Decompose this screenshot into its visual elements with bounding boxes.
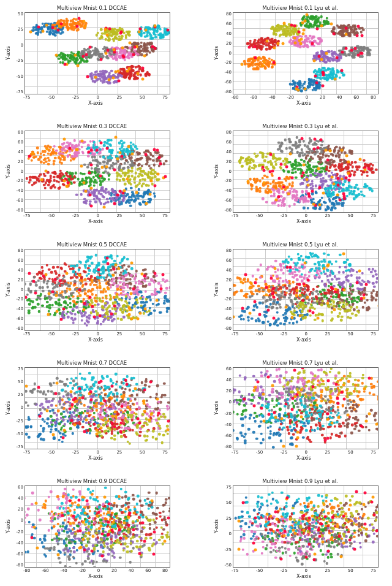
panel-title: Multiview Mnist 0.3 Lyu et al. bbox=[213, 123, 387, 129]
scatter-panel: Multiview Mnist 0.5 DCCAEY-axis806040200… bbox=[5, 242, 179, 343]
y-axis-ticks: 6040200-20-40-60-80 bbox=[11, 485, 24, 568]
scatter-panel: Multiview Mnist 0.7 Lyu et al.Y-axis6040… bbox=[213, 360, 387, 461]
panel-title: Multiview Mnist 0.9 Lyu et al. bbox=[213, 478, 387, 484]
y-axis-ticks: 50250-25-50-75 bbox=[11, 12, 24, 94]
y-axis-ticks: 806040200-20-40-60-80 bbox=[219, 12, 233, 94]
x-axis-ticks: -80-60-40-20020406080 bbox=[232, 95, 376, 100]
x-axis-ticks: -75-50-250255075 bbox=[232, 332, 376, 337]
y-axis-ticks: 7550250-25-50 bbox=[219, 485, 233, 568]
scatter-panel: Multiview Mnist 0.1 Lyu et al.Y-axis8060… bbox=[213, 5, 387, 106]
x-axis-ticks: -75-50-250255075 bbox=[23, 95, 168, 100]
scatter-panel: Multiview Mnist 0.3 DCCAEY-axis806040200… bbox=[5, 123, 179, 224]
plot-area bbox=[233, 249, 379, 331]
y-axis-label: Y-axis bbox=[213, 12, 219, 94]
x-axis-label: X-axis bbox=[232, 101, 376, 106]
x-axis-label: X-axis bbox=[232, 574, 376, 579]
plot-area bbox=[24, 485, 170, 568]
panel-title: Multiview Mnist 0.5 DCCAE bbox=[5, 242, 179, 248]
y-axis-ticks: 6040200-20-40-60-80 bbox=[219, 367, 233, 449]
y-axis-label: Y-axis bbox=[5, 249, 11, 331]
plot-area bbox=[24, 12, 170, 94]
x-axis-ticks: -75-50-250255075 bbox=[23, 332, 168, 337]
plot-area bbox=[24, 131, 170, 213]
panel-title: Multiview Mnist 0.1 DCCAE bbox=[5, 5, 179, 11]
chart-grid: Multiview Mnist 0.1 DCCAEY-axis50250-25-… bbox=[5, 5, 387, 579]
plot-area bbox=[24, 249, 170, 331]
y-axis-label: Y-axis bbox=[213, 367, 219, 449]
y-axis-ticks: 806040200-20-40-60-80 bbox=[11, 131, 24, 213]
y-axis-ticks: 806040200-20-40-60-80 bbox=[219, 249, 233, 331]
x-axis-ticks: -75-50-250255075 bbox=[232, 450, 376, 455]
panel-title: Multiview Mnist 0.7 Lyu et al. bbox=[213, 360, 387, 366]
scatter-panel: Multiview Mnist 0.1 DCCAEY-axis50250-25-… bbox=[5, 5, 179, 106]
plot-area bbox=[233, 12, 379, 94]
panel-title: Multiview Mnist 0.9 DCCAE bbox=[5, 478, 179, 484]
plot-area bbox=[233, 485, 379, 568]
y-axis-label: Y-axis bbox=[5, 12, 11, 94]
x-axis-label: X-axis bbox=[23, 101, 168, 106]
x-axis-ticks: -75-50-250255075 bbox=[232, 213, 376, 218]
x-axis-ticks: -75-50-250255075 bbox=[23, 213, 168, 218]
panel-title: Multiview Mnist 0.3 DCCAE bbox=[5, 123, 179, 129]
y-axis-label: Y-axis bbox=[213, 485, 219, 568]
y-axis-label: Y-axis bbox=[5, 485, 11, 568]
y-axis-ticks: 7550250-25-50-75 bbox=[11, 367, 24, 449]
plot-area bbox=[24, 367, 170, 449]
y-axis-label: Y-axis bbox=[213, 131, 219, 213]
scatter-panel: Multiview Mnist 0.7 DCCAEY-axis7550250-2… bbox=[5, 360, 179, 461]
y-axis-ticks: 806040200-20-40-60-80 bbox=[11, 249, 24, 331]
y-axis-label: Y-axis bbox=[213, 249, 219, 331]
x-axis-label: X-axis bbox=[23, 455, 168, 461]
y-axis-label: Y-axis bbox=[5, 131, 11, 213]
x-axis-label: X-axis bbox=[23, 219, 168, 224]
x-axis-label: X-axis bbox=[232, 455, 376, 461]
panel-title: Multiview Mnist 0.1 Lyu et al. bbox=[213, 5, 387, 11]
x-axis-ticks: -75-50-250255075 bbox=[232, 568, 376, 573]
x-axis-ticks: -80-60-40-20020406080 bbox=[23, 568, 168, 573]
scatter-panel: Multiview Mnist 0.5 Lyu et al.Y-axis8060… bbox=[213, 242, 387, 343]
scatter-panel: Multiview Mnist 0.9 DCCAEY-axis6040200-2… bbox=[5, 478, 179, 579]
scatter-panel: Multiview Mnist 0.9 Lyu et al.Y-axis7550… bbox=[213, 478, 387, 579]
x-axis-label: X-axis bbox=[232, 337, 376, 343]
panel-title: Multiview Mnist 0.5 Lyu et al. bbox=[213, 242, 387, 248]
panel-title: Multiview Mnist 0.7 DCCAE bbox=[5, 360, 179, 366]
plot-area bbox=[233, 131, 379, 213]
x-axis-ticks: -75-50-250255075 bbox=[23, 450, 168, 455]
x-axis-label: X-axis bbox=[232, 219, 376, 224]
plot-area bbox=[233, 367, 379, 449]
y-axis-label: Y-axis bbox=[5, 367, 11, 449]
x-axis-label: X-axis bbox=[23, 574, 168, 579]
scatter-panel: Multiview Mnist 0.3 Lyu et al.Y-axis8060… bbox=[213, 123, 387, 224]
x-axis-label: X-axis bbox=[23, 337, 168, 343]
y-axis-ticks: 806040200-20-40-60-80 bbox=[219, 131, 233, 213]
